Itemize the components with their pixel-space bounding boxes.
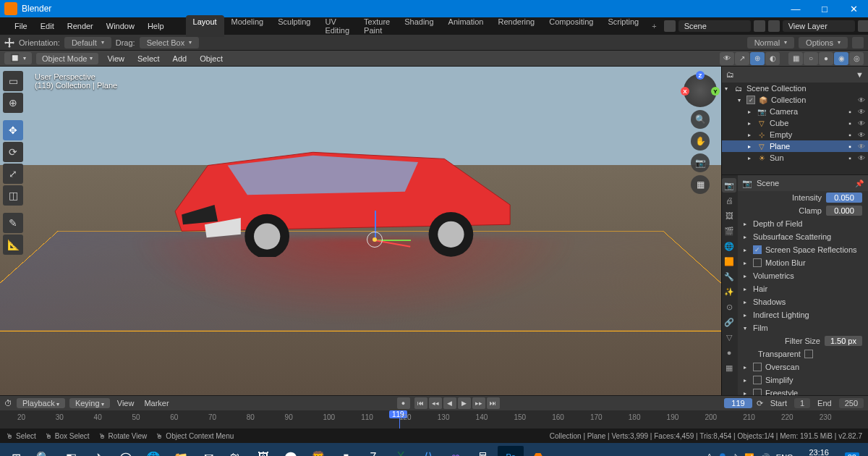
timeline-editor-icon[interactable]: ⏱ [4,399,12,408]
vscode-icon[interactable]: ⟨⟩ [415,446,441,456]
outliner-item-camera[interactable]: ▸📷Camera▪👁 [722,106,868,117]
outliner-item-sun[interactable]: ▸☀Sun▪👁 [722,152,868,164]
shade-matprev-icon[interactable]: ◉ [834,52,848,65]
prop-tab-scene[interactable]: 🎬 [722,224,736,238]
prop-tab-output[interactable]: 🖨 [722,193,736,208]
tray-wifi-icon[interactable]: 📶 [744,453,754,457]
prop-section-motion-blur[interactable]: ▸Motion Blur [738,256,868,269]
outliner-filter-icon[interactable]: ▼ [856,70,864,79]
clamp-value[interactable]: 0.000 [826,206,862,216]
move-tool[interactable]: ✥ [3,120,23,140]
telegram-icon[interactable]: ✈ [85,446,111,456]
pan-button[interactable]: ✋ [691,132,710,151]
brave-icon[interactable]: 🦁 [305,446,331,456]
menu-render[interactable]: Render [61,20,99,32]
checkbox[interactable] [753,389,762,395]
start-frame[interactable]: 1 [794,398,810,408]
shade-render-icon[interactable]: ◎ [849,52,864,65]
seven-icon[interactable]: 7 [360,446,386,456]
menu-window[interactable]: Window [101,20,140,32]
checkbox[interactable] [753,363,762,371]
blender-taskbar-icon[interactable]: ⬣ [525,446,551,456]
transparent-checkbox[interactable] [804,350,813,358]
gizmo-toggle-icon[interactable]: ⊕ [750,52,765,65]
mode-dropdown[interactable]: Object Mode [36,53,98,64]
prop-section-shadows[interactable]: ▸Shadows [738,295,868,308]
select-visible-icon[interactable]: 👁 [720,52,734,65]
prop-section-freestyle[interactable]: ▸Freestyle [738,387,868,395]
car-object[interactable] [116,126,563,258]
prop-section-film[interactable]: ▾Film [738,321,868,334]
play-fwd[interactable]: ▶ [458,397,471,409]
menu-edit[interactable]: Edit [35,20,60,32]
cursor-tool[interactable]: ⊕ [3,93,23,113]
prop-tab-render[interactable]: 📷 [722,178,736,193]
outliner-editor-icon[interactable]: 🗂 [726,70,734,79]
workspace-tab-shading[interactable]: Shading [397,15,441,37]
options-dropdown[interactable]: Options [799,37,848,48]
sync-icon[interactable]: ⟳ [757,399,763,408]
axis-x-icon[interactable]: X [681,87,689,96]
zoom-button[interactable]: 🔍 [691,110,710,129]
mail-icon[interactable]: ✉ [195,446,221,456]
tray-chevron-icon[interactable]: ˄ [707,453,712,457]
prop-tab-constraint[interactable]: 🔗 [722,315,736,329]
timeline-track[interactable]: 119 203040506070809010011012013014015016… [0,410,868,428]
tray-volume-icon[interactable]: 🔊 [760,453,770,457]
prop-tab-mesh[interactable]: ▽ [722,330,736,345]
rotate-tool[interactable]: ⟳ [3,142,23,162]
menu-object[interactable]: Object [195,53,227,64]
timeline-marker[interactable]: Marker [141,399,171,408]
menu-add[interactable]: Add [169,53,192,64]
viewlayer-name-field[interactable]: View Layer [783,20,855,32]
nav-gizmo[interactable]: Z Y X [684,74,717,107]
annotate-tool[interactable]: ✎ [3,213,23,233]
outliner-item-plane[interactable]: ▸▽Plane▪👁 [722,140,868,152]
drag-dropdown[interactable]: Select Box [140,37,200,48]
jump-end[interactable]: ⏭ [487,397,500,409]
autokey-button[interactable]: ● [397,397,410,409]
scene-name-field[interactable]: Scene [678,20,751,32]
workspace-tab-modeling[interactable]: Modeling [224,15,271,37]
workspace-tab-sculpting[interactable]: Sculpting [271,15,318,37]
foobar-icon[interactable]: ◯ [113,446,139,456]
workspace-tab-animation[interactable]: Animation [441,15,491,37]
3d-viewport[interactable]: ▭ ⊕ ✥ ⟳ ⤢ ◫ ✎ 📐 User Perspective (119) C… [0,67,722,395]
menu-select[interactable]: Select [133,53,164,64]
workspace-tab-uv-editing[interactable]: UV Editing [318,15,357,37]
excel-icon[interactable]: X [388,446,414,456]
add-workspace-button[interactable]: + [647,20,660,33]
shade-solid-icon[interactable]: ● [819,52,833,65]
shade-wire-icon[interactable]: ○ [804,52,818,65]
persp-ortho-button[interactable]: ▦ [691,175,710,194]
select-tool[interactable]: ▭ [3,71,23,91]
transform-gizmo[interactable] [375,218,418,261]
checkbox[interactable] [753,258,762,267]
new-viewlayer-icon[interactable] [858,20,868,32]
prop-tab-modifier[interactable]: 🔧 [722,269,736,284]
xray-icon[interactable]: ▦ [788,52,803,65]
transparent-row[interactable]: Transparent [738,347,868,360]
workspace-tab-scripting[interactable]: Scripting [600,15,646,37]
browse-scene-icon[interactable] [664,20,676,32]
prop-section-simplify[interactable]: ▸Simplify [738,373,868,387]
outliner-scene-collection[interactable]: ▾🗂Scene Collection [722,83,868,94]
photos-icon[interactable]: 🖼 [250,446,276,456]
tray-person-icon[interactable]: 👤 [718,453,728,457]
checkbox[interactable] [753,376,762,384]
prop-tab-material[interactable]: ● [722,345,736,360]
play-rev[interactable]: ◀ [443,397,456,409]
prop-section-screen-space-reflections[interactable]: ▸✓Screen Space Reflections [738,243,868,256]
prop-section-subsurface-scattering[interactable]: ▸Subsurface Scattering [738,230,868,243]
jump-next-key[interactable]: ▸▸ [472,397,485,409]
playback-dropdown[interactable]: Playback [17,398,65,408]
current-frame[interactable]: 119 [724,398,752,408]
scale-tool[interactable]: ⤢ [3,164,23,184]
workspace-tab-compositing[interactable]: Compositing [542,15,600,37]
prop-section-indirect-lighting[interactable]: ▸Indirect Lighting [738,308,868,321]
edge-icon[interactable]: 🌐 [140,446,166,456]
workspace-tab-rendering[interactable]: Rendering [490,15,542,37]
prop-tab-world[interactable]: 🌐 [722,239,736,253]
store-icon[interactable]: 🛍 [223,446,249,456]
normal-dropdown[interactable]: Normal [747,37,794,48]
